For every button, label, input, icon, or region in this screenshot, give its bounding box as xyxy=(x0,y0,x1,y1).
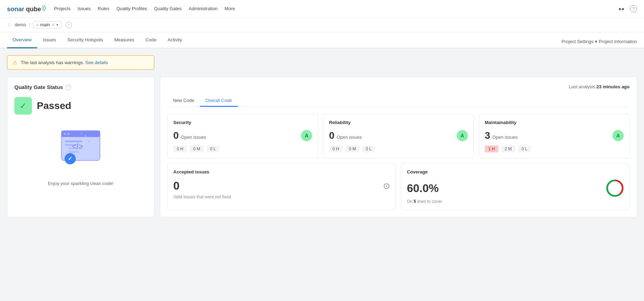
security-grade: A xyxy=(301,130,312,141)
maintainability-main: 3 Open issues A xyxy=(485,130,624,141)
quality-gate-title: Quality Gate Status xyxy=(14,84,63,90)
security-count: 0 xyxy=(173,130,179,141)
accepted-issues-icon: ⊙ xyxy=(383,181,390,191)
tabs-right: Project Settings ▾ Project Information xyxy=(562,39,637,48)
maintainability-breakdown: 1 H 2 M 0 L xyxy=(485,145,624,152)
security-count-row: 0 Open issues xyxy=(173,130,206,141)
nav-issues[interactable]: Issues xyxy=(78,6,91,11)
branch-name: main xyxy=(40,22,50,27)
branch-icon: ⑃ xyxy=(36,22,39,27)
tab-overview[interactable]: Overview xyxy=(7,32,37,48)
passed-row: ✓ Passed xyxy=(14,97,147,115)
svg-point-6 xyxy=(67,133,69,135)
main-grid: Quality Gate Status ? ✓ Passed xyxy=(7,77,637,217)
metrics-grid-top: Security 0 Open issues A 0 H 0 M 0 L xyxy=(167,114,630,158)
reliability-count-row: 0 Open issues xyxy=(329,130,362,141)
tab-activity[interactable]: Activity xyxy=(162,32,188,48)
coverage-main: 60.0% xyxy=(407,179,624,197)
accepted-issues-note: Valid issues that were not fixed xyxy=(173,194,390,199)
nav-quality-profiles[interactable]: Quality Profiles xyxy=(116,6,147,11)
security-m: 0 M xyxy=(190,145,204,152)
maintainability-sublabel: Open issues xyxy=(492,135,518,140)
quality-gate-panel: Quality Gate Status ? ✓ Passed xyxy=(7,77,154,217)
security-breakdown: 0 H 0 M 0 L xyxy=(173,145,312,152)
svg-rect-10 xyxy=(68,151,79,153)
reliability-sublabel: Open issues xyxy=(337,135,362,140)
illustration-svg: </> ✦ ✦ ✦ ✓ xyxy=(53,124,109,169)
code-tabs: New Code Overall Code xyxy=(167,95,630,107)
breadcrumb-separator: / xyxy=(29,22,31,28)
nav-projects[interactable]: Projects xyxy=(54,6,71,11)
accepted-issues-card: Accepted issues 0 ⊙ Valid issues that we… xyxy=(167,163,396,210)
project-settings-button[interactable]: Project Settings ▾ xyxy=(562,39,597,44)
maintainability-count: 3 xyxy=(485,130,490,141)
analysis-time-value: 23 minutes ago xyxy=(596,84,630,89)
brand-logo: sonar qube xyxy=(7,4,46,14)
breadcrumb: ☆ demo / ⑃ main ✓ ▾ ? xyxy=(0,18,644,32)
project-settings-chevron: ▾ xyxy=(595,39,597,44)
reliability-m: 0 M xyxy=(346,145,360,152)
reliability-title: Reliability xyxy=(329,120,468,125)
coverage-donut-svg xyxy=(606,179,624,197)
search-icon[interactable]: ●● xyxy=(618,6,624,12)
see-details-link[interactable]: See details xyxy=(85,60,108,65)
svg-text:✦: ✦ xyxy=(83,133,88,139)
coverage-title: Coverage xyxy=(407,169,624,175)
maintainability-count-row: 3 Open issues xyxy=(485,130,518,141)
code-tab-new-code[interactable]: New Code xyxy=(167,95,200,107)
nav-more[interactable]: More xyxy=(224,6,235,11)
coverage-note: On 5 lines to cover xyxy=(407,199,624,204)
reliability-count: 0 xyxy=(329,130,335,141)
code-tab-overall-code[interactable]: Overall Code xyxy=(200,95,238,107)
clean-code-illustration: </> ✦ ✦ ✦ ✓ xyxy=(14,120,147,177)
tab-issues[interactable]: Issues xyxy=(37,32,62,48)
nav-right: ●● ? xyxy=(616,5,637,12)
tabs-bar: Overview Issues Security Hotspots Measur… xyxy=(0,32,644,48)
accepted-issues-title: Accepted issues xyxy=(173,169,390,175)
coverage-donut xyxy=(606,179,624,197)
help-icon[interactable]: ? xyxy=(630,5,637,12)
tab-security-hotspots[interactable]: Security Hotspots xyxy=(62,32,109,48)
reliability-main: 0 Open issues A xyxy=(329,130,468,141)
coverage-percent: 60.0% xyxy=(407,182,439,195)
maintainability-grade: A xyxy=(612,130,624,141)
project-name: demo xyxy=(15,22,26,27)
enjoy-text: Enjoy your sparkling clean code! xyxy=(14,181,147,186)
warning-text: The last analysis has warnings. See deta… xyxy=(21,60,108,65)
svg-text:sonar: sonar xyxy=(7,6,24,13)
nav-administration[interactable]: Administration xyxy=(189,6,217,11)
coverage-card: Coverage 60.0% On 5 lines to cover xyxy=(401,163,630,210)
security-card: Security 0 Open issues A 0 H 0 M 0 L xyxy=(167,114,318,158)
maintainability-card: Maintainability 3 Open issues A 1 H 2 M … xyxy=(479,114,630,158)
svg-text:✓: ✓ xyxy=(68,156,72,162)
passed-label: Passed xyxy=(37,100,71,111)
analysis-time: Last analysis 23 minutes ago xyxy=(167,84,630,89)
maintainability-title: Maintainability xyxy=(485,120,624,125)
maintainability-h: 1 H xyxy=(485,145,498,152)
svg-text:✦: ✦ xyxy=(80,132,83,136)
svg-point-5 xyxy=(64,133,66,135)
security-sublabel: Open issues xyxy=(181,135,206,140)
tab-code[interactable]: Code xyxy=(140,32,162,48)
warning-icon: ⚠ xyxy=(12,59,17,66)
quality-gate-help-icon[interactable]: ? xyxy=(66,84,71,90)
nav-quality-gates[interactable]: Quality Gates xyxy=(154,6,182,11)
project-information-button[interactable]: Project Information xyxy=(599,39,637,44)
nav-rules[interactable]: Rules xyxy=(98,6,109,11)
security-h: 0 H xyxy=(173,145,187,152)
accepted-issues-main: 0 ⊙ xyxy=(173,179,390,192)
branch-help-icon[interactable]: ? xyxy=(66,22,72,28)
branch-check-icon: ✓ xyxy=(52,22,55,27)
metrics-grid-bottom: Accepted issues 0 ⊙ Valid issues that we… xyxy=(167,163,630,210)
branch-selector[interactable]: ⑃ main ✓ ▾ xyxy=(33,21,61,28)
accepted-issues-count: 0 xyxy=(173,179,180,192)
security-title: Security xyxy=(173,120,312,125)
svg-text:qube: qube xyxy=(26,6,41,13)
svg-text:✦: ✦ xyxy=(88,140,90,144)
reliability-h: 0 H xyxy=(329,145,343,152)
reliability-l: 0 L xyxy=(362,145,375,152)
maintainability-l: 0 L xyxy=(518,145,531,152)
favorite-icon[interactable]: ☆ xyxy=(7,21,12,28)
tab-measures[interactable]: Measures xyxy=(109,32,140,48)
maintainability-m: 2 M xyxy=(501,145,515,152)
